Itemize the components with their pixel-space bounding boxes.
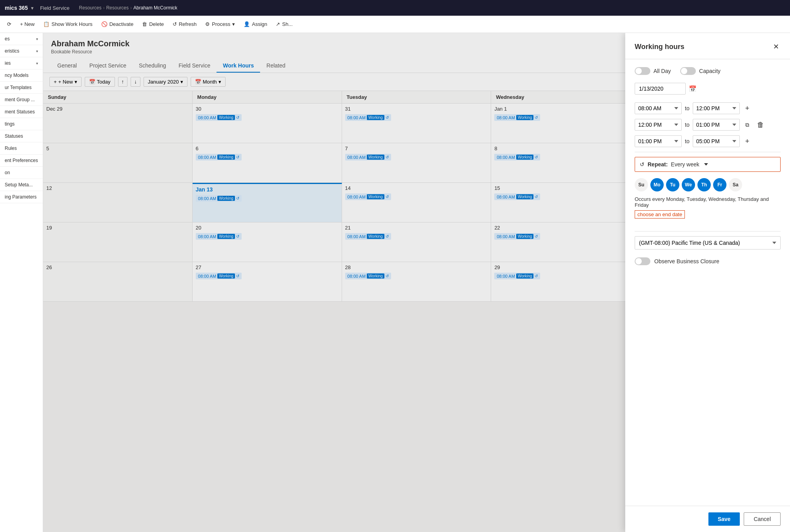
cal-cell-6[interactable]: 6 08:00 AM Working ↺ bbox=[193, 143, 342, 182]
cal-cell-19[interactable]: 19 bbox=[43, 222, 193, 262]
time-from-1[interactable]: 08:00 AM bbox=[635, 102, 682, 114]
refresh-button[interactable]: ↺ Refresh bbox=[169, 19, 201, 29]
breadcrumb-resources1[interactable]: Resources bbox=[79, 5, 101, 11]
deactivate-button[interactable]: 🚫 Deactivate bbox=[97, 19, 137, 29]
tab-work-hours[interactable]: Work Hours bbox=[217, 59, 260, 73]
sidebar-item-ment-statuses[interactable]: ment Statuses bbox=[0, 106, 43, 118]
add-time-slot-3-button[interactable]: + bbox=[743, 137, 752, 146]
cal-header-sunday: Sunday bbox=[43, 91, 193, 103]
cal-cell-dec31[interactable]: 31 08:00 AM Working ↺ bbox=[342, 104, 491, 143]
cal-cell-dec30[interactable]: 30 08:00 AM Working ↺ bbox=[193, 104, 342, 143]
cal-cell-29[interactable]: 29 08:00 AM Working ↺ bbox=[491, 262, 641, 301]
delete-button[interactable]: 🗑 Delete bbox=[138, 19, 168, 29]
cal-cell-21[interactable]: 21 08:00 AM Working ↺ bbox=[342, 222, 491, 262]
cal-cell-15[interactable]: 15 08:00 AM Working ↺ bbox=[491, 183, 641, 222]
cal-cell-14[interactable]: 14 08:00 AM Working ↺ bbox=[342, 183, 491, 222]
sidebar-item-rules[interactable]: Rules bbox=[0, 142, 43, 155]
repeat-label: Repeat: bbox=[648, 161, 668, 168]
sidebar-item-on[interactable]: on bbox=[0, 167, 43, 179]
tab-general[interactable]: General bbox=[51, 59, 83, 73]
sidebar-item-ent-preferences[interactable]: ent Preferences bbox=[0, 155, 43, 167]
app-chevron[interactable]: ▾ bbox=[31, 5, 34, 11]
new-button[interactable]: + New bbox=[16, 19, 38, 29]
cal-cell-8[interactable]: 8 08:00 AM Working ↺ bbox=[491, 143, 641, 182]
time-from-3[interactable]: 01:00 PM bbox=[635, 135, 682, 147]
tab-field-service[interactable]: Field Service bbox=[172, 59, 217, 73]
sidebar-item-ies[interactable]: ies ▾ bbox=[0, 57, 43, 69]
delete-time-slot-2-button[interactable]: 🗑 bbox=[755, 120, 766, 130]
cal-new-button[interactable]: + + New ▾ bbox=[49, 77, 82, 87]
app-name[interactable]: mics 365 bbox=[5, 5, 28, 11]
capacity-toggle-item: Capacity bbox=[680, 67, 720, 75]
cal-date-dec29: Dec 29 bbox=[46, 106, 189, 112]
process-icon: ⚙ bbox=[205, 21, 210, 27]
chevron-icon: ▾ bbox=[36, 37, 38, 41]
cal-cell-20[interactable]: 20 08:00 AM Working ↺ bbox=[193, 222, 342, 262]
sidebar-item-setup-meta[interactable]: Setup Meta... bbox=[0, 179, 43, 191]
timezone-select[interactable]: (GMT-08:00) Pacific Time (US & Canada) bbox=[635, 236, 781, 250]
date-input[interactable] bbox=[635, 83, 686, 95]
share-button[interactable]: ↗ Sh... bbox=[272, 19, 297, 29]
repeat-select[interactable]: Every week Every day Every month Never bbox=[671, 161, 708, 168]
sidebar-item-ur-templates[interactable]: ur Templates bbox=[0, 82, 43, 94]
sidebar-item-es[interactable]: es ▾ bbox=[0, 33, 43, 45]
working-hours-panel: Working hours ✕ All Day bbox=[625, 33, 790, 532]
breadcrumb-resources2[interactable]: Resources bbox=[106, 5, 129, 11]
new-label: + New bbox=[20, 21, 35, 27]
occurs-text: Occurs every Monday, Tuesday, Wednesday,… bbox=[635, 196, 781, 208]
cal-cell-jan1[interactable]: Jan 1 08:00 AM Working ↺ bbox=[491, 104, 641, 143]
cal-next-button[interactable]: ↓ bbox=[131, 77, 140, 87]
cal-period-button[interactable]: January 2020 ▾ bbox=[144, 77, 187, 87]
cal-today-button[interactable]: 📅 Today bbox=[85, 77, 115, 87]
save-button[interactable]: Save bbox=[708, 512, 740, 526]
cancel-button[interactable]: Cancel bbox=[744, 512, 781, 526]
day-circle-fr[interactable]: Fr bbox=[713, 178, 726, 191]
refresh-icon: ↺ bbox=[386, 155, 389, 159]
day-circle-mo[interactable]: Mo bbox=[650, 178, 664, 191]
tab-project-service[interactable]: Project Service bbox=[83, 59, 133, 73]
cal-cell-dec29[interactable]: Dec 29 bbox=[43, 104, 193, 143]
calendar-icon[interactable]: 📅 bbox=[689, 85, 697, 93]
observe-toggle[interactable] bbox=[635, 257, 650, 265]
cal-cell-27[interactable]: 27 08:00 AM Working ↺ bbox=[193, 262, 342, 301]
sidebar-item-tings[interactable]: tings bbox=[0, 118, 43, 130]
process-button[interactable]: ⚙ Process ▾ bbox=[201, 19, 239, 29]
cal-cell-26[interactable]: 26 bbox=[43, 262, 193, 301]
choose-end-date-link[interactable]: choose an end date bbox=[635, 210, 685, 219]
sidebar-item-statuses[interactable]: Statuses bbox=[0, 130, 43, 142]
time-from-2[interactable]: 12:00 PM bbox=[635, 119, 682, 131]
day-circle-we[interactable]: We bbox=[682, 178, 695, 191]
day-circle-sa[interactable]: Sa bbox=[729, 178, 742, 191]
sidebar-item-ment-group[interactable]: ment Group ... bbox=[0, 94, 43, 106]
cal-cell-28[interactable]: 28 08:00 AM Working ↺ bbox=[342, 262, 491, 301]
cal-cell-22[interactable]: 22 08:00 AM Working ↺ bbox=[491, 222, 641, 262]
sidebar-item-ncy-models[interactable]: ncy Models bbox=[0, 69, 43, 82]
sidebar-item-ing-parameters[interactable]: ing Parameters bbox=[0, 191, 43, 203]
time-to-3[interactable]: 05:00 PM bbox=[693, 135, 740, 147]
copy-time-slot-2-button[interactable]: ⧉ bbox=[743, 121, 752, 129]
cal-cell-jan13[interactable]: Jan 13 08:00 AM Working ↺ bbox=[193, 183, 342, 222]
add-time-slot-1-button[interactable]: + bbox=[743, 104, 752, 113]
tab-related[interactable]: Related bbox=[260, 59, 291, 73]
day-circle-th[interactable]: Th bbox=[697, 178, 711, 191]
cal-cell-12[interactable]: 12 bbox=[43, 183, 193, 222]
sidebar-item-eristics[interactable]: eristics ▾ bbox=[0, 45, 43, 57]
tab-scheduling[interactable]: Scheduling bbox=[133, 59, 172, 73]
cal-cell-7[interactable]: 7 08:00 AM Working ↺ bbox=[342, 143, 491, 182]
cal-view-button[interactable]: 📅 Month ▾ bbox=[191, 77, 226, 87]
cal-prev-button[interactable]: ↑ bbox=[118, 77, 128, 87]
all-day-toggle-item: All Day bbox=[635, 67, 671, 75]
assign-button[interactable]: 👤 Assign bbox=[240, 19, 271, 29]
refresh-icon: ↺ bbox=[236, 115, 239, 120]
capacity-toggle[interactable] bbox=[680, 67, 696, 75]
time-to-1[interactable]: 12:00 PM bbox=[693, 102, 740, 114]
process-chevron: ▾ bbox=[232, 21, 235, 27]
history-button[interactable]: ⟳ bbox=[3, 19, 15, 29]
all-day-toggle[interactable] bbox=[635, 67, 650, 75]
time-to-2[interactable]: 01:00 PM bbox=[693, 119, 740, 131]
show-work-hours-button[interactable]: 📋 Show Work Hours bbox=[39, 19, 96, 29]
day-circle-su[interactable]: Su bbox=[635, 178, 648, 191]
panel-close-button[interactable]: ✕ bbox=[772, 41, 781, 53]
day-circle-tu[interactable]: Tu bbox=[666, 178, 679, 191]
cal-cell-5[interactable]: 5 bbox=[43, 143, 193, 182]
